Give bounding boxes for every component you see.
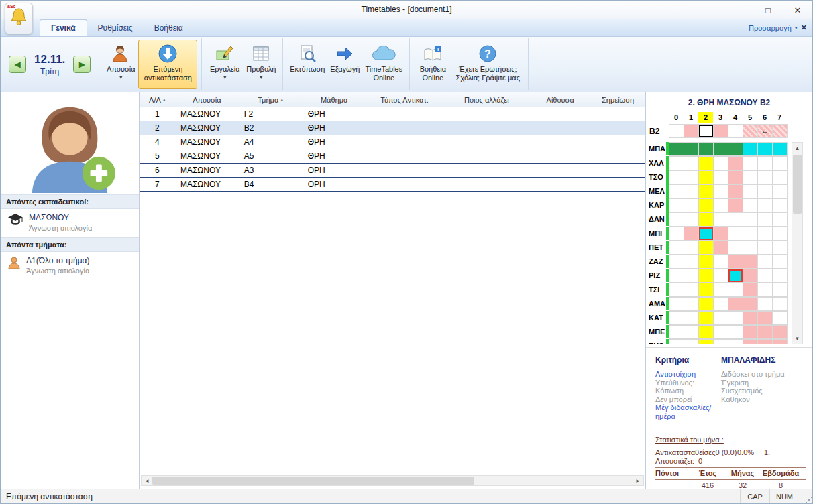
next-day-button[interactable]: ▶: [73, 56, 91, 73]
teacher-slot[interactable]: [728, 241, 743, 255]
teacher-slot[interactable]: [743, 241, 758, 255]
tools-button[interactable]: Εργαλεία ▾: [206, 40, 243, 89]
teacher-slot[interactable]: [758, 185, 773, 198]
criteria-label[interactable]: Μέγ διδασκαλίες/ημέρα: [655, 403, 721, 420]
teacher-name[interactable]: ΔΑΝ: [646, 212, 666, 227]
teacher-slot[interactable]: [743, 213, 758, 227]
teacher-slot[interactable]: [773, 213, 788, 227]
teacher-slot[interactable]: [699, 157, 714, 170]
teacher-slot[interactable]: [684, 227, 699, 241]
teacher-slot[interactable]: [773, 171, 788, 184]
teacher-slot[interactable]: [773, 143, 788, 156]
teacher-slot[interactable]: [699, 340, 714, 344]
teacher-slot[interactable]: [699, 199, 714, 212]
teacher-slot[interactable]: [773, 284, 788, 297]
teacher-slot[interactable]: [758, 143, 773, 156]
teacher-slot[interactable]: [728, 157, 743, 170]
teacher-slot[interactable]: [773, 340, 788, 344]
teacher-slot[interactable]: [773, 185, 788, 198]
teacher-slot[interactable]: [758, 269, 773, 283]
scrollbar-thumb[interactable]: [152, 477, 474, 485]
teacher-slot[interactable]: [758, 227, 773, 241]
teacher-slot[interactable]: [699, 213, 714, 227]
teacher-slot[interactable]: [743, 269, 758, 283]
teacher-slot[interactable]: [669, 143, 684, 156]
teacher-name[interactable]: ΜΠΑ: [646, 142, 666, 156]
teacher-slot[interactable]: [728, 255, 743, 269]
teacher-slot[interactable]: [758, 171, 773, 184]
teacher-slot[interactable]: [699, 171, 714, 184]
teacher-slot[interactable]: [714, 326, 728, 339]
teacher-slot[interactable]: [669, 185, 684, 198]
class-slot[interactable]: [684, 125, 699, 138]
teacher-slot[interactable]: [669, 171, 684, 184]
maximize-button[interactable]: □: [753, 1, 783, 19]
class-slot[interactable]: [669, 125, 684, 138]
vertical-scrollbar[interactable]: ▲ ▼: [792, 142, 803, 344]
teacher-slot[interactable]: [743, 326, 758, 339]
absent-teacher-item[interactable]: ΜΑΣΩΝΟΥ Άγνωστη αιτιολογία: [1, 209, 139, 237]
teacher-slot[interactable]: [684, 269, 699, 283]
teacher-slot[interactable]: [699, 143, 714, 156]
scroll-left-icon[interactable]: ◄: [142, 476, 152, 485]
teacher-name[interactable]: ΜΠΙ: [646, 227, 666, 241]
teacher-name[interactable]: ΧΑΛ: [646, 156, 666, 170]
teacher-slot[interactable]: [669, 227, 684, 241]
scroll-up-icon[interactable]: ▲: [792, 143, 802, 153]
teacher-slot[interactable]: [743, 284, 758, 297]
column-header[interactable]: Τμήμα▴: [239, 92, 303, 107]
teacher-slot[interactable]: [758, 241, 773, 255]
teacher-slot[interactable]: [684, 199, 699, 212]
teacher-slot[interactable]: [758, 284, 773, 297]
class-slot[interactable]: [699, 125, 714, 138]
ribbon-close-icon[interactable]: ✕: [801, 23, 807, 32]
teacher-slot[interactable]: [714, 171, 728, 184]
teacher-slot[interactable]: [728, 199, 743, 212]
hour-header-cell[interactable]: 0: [669, 112, 684, 123]
teacher-slot[interactable]: [758, 213, 773, 227]
scroll-right-icon[interactable]: ►: [633, 476, 643, 485]
teacher-slot[interactable]: [714, 284, 728, 297]
teacher-name[interactable]: ΡΙΖ: [646, 269, 666, 283]
teacher-slot[interactable]: [743, 171, 758, 184]
teacher-slot[interactable]: [669, 298, 684, 311]
teacher-name[interactable]: ΜΕΛ: [646, 184, 666, 198]
column-header[interactable]: Τύπος Αντικατ.: [366, 92, 443, 107]
resize-grip[interactable]: [808, 499, 810, 501]
hour-header-cell[interactable]: 7: [772, 112, 787, 123]
class-slot[interactable]: ←: [758, 125, 773, 138]
close-button[interactable]: ✕: [783, 1, 812, 19]
teacher-slot[interactable]: [669, 199, 684, 212]
teacher-name[interactable]: ΜΠΕ: [646, 325, 666, 339]
view-button[interactable]: Προβολή ▾: [243, 40, 278, 89]
column-header[interactable]: Μάθημα: [303, 92, 366, 107]
teacher-slot[interactable]: [669, 326, 684, 339]
teacher-slot[interactable]: [773, 269, 788, 283]
tab-settings[interactable]: Ρυθμίσεις: [87, 20, 144, 36]
horizontal-scrollbar[interactable]: ◄ ►: [141, 475, 644, 486]
tab-general[interactable]: Γενικά: [40, 19, 87, 36]
hour-header-cell[interactable]: 1: [684, 112, 698, 123]
teacher-slot[interactable]: [714, 227, 728, 241]
teacher-slot[interactable]: [699, 255, 714, 269]
teacher-slot[interactable]: [684, 143, 699, 156]
teacher-slot[interactable]: [669, 269, 684, 283]
teacher-slot[interactable]: [743, 298, 758, 311]
teacher-slot[interactable]: [684, 255, 699, 269]
class-slot[interactable]: [743, 125, 758, 138]
teacher-slot[interactable]: [743, 199, 758, 212]
absent-class-item[interactable]: Α1(Όλο το τμήμα) Άγνωστη αιτιολογία: [1, 252, 139, 280]
teacher-name[interactable]: ΚΑΡ: [646, 198, 666, 212]
column-header[interactable]: Α/Α▴: [140, 92, 175, 107]
hour-header-cell[interactable]: 5: [743, 112, 757, 123]
teacher-slot[interactable]: [684, 340, 699, 344]
substitution-row[interactable]: 2ΜΑΣΩΝΟΥΒ2ΘΡΗ: [140, 121, 645, 135]
scroll-down-icon[interactable]: ▼: [792, 333, 802, 344]
teacher-slot[interactable]: [669, 213, 684, 227]
teacher-slot[interactable]: [728, 171, 743, 184]
teacher-slot[interactable]: [743, 185, 758, 198]
teacher-slot[interactable]: [728, 312, 743, 325]
teacher-name[interactable]: ΕΚΟ: [646, 339, 666, 344]
teacher-slot[interactable]: [728, 227, 743, 241]
teacher-name[interactable]: ΤΣΟ: [646, 170, 666, 184]
